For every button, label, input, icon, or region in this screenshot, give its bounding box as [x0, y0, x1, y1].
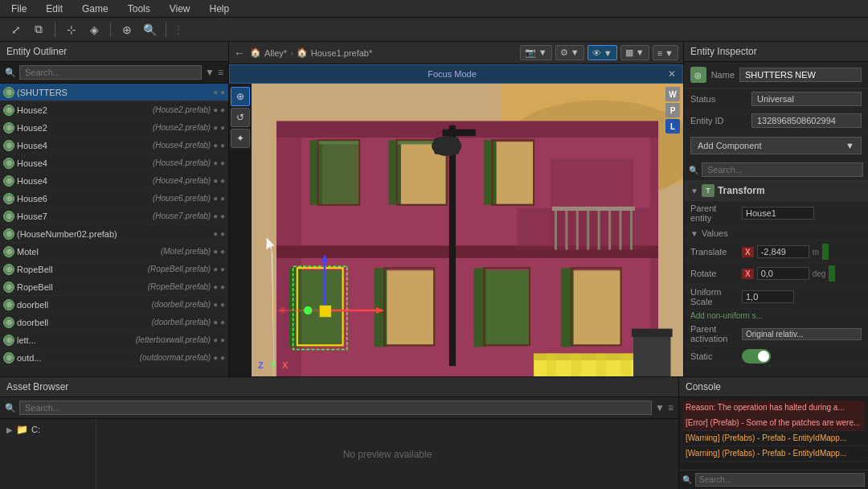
rotate-green-btn[interactable]	[829, 265, 835, 281]
entity-row[interactable]: ◎ Motel (Motel.prefab) ● ●	[0, 243, 228, 261]
entity-row-name: House4	[17, 141, 150, 150]
entity-row[interactable]: ◎ RopeBell (RopeBell.prefab) ● ●	[0, 261, 228, 278]
wpl-p-badge[interactable]: P	[665, 103, 680, 117]
entity-row[interactable]: ◎ (SHUTTERS ● ●	[0, 84, 228, 101]
entity-row-extra: (Motel.prefab)	[161, 247, 211, 256]
rotate-input[interactable]	[757, 267, 809, 280]
entity-row[interactable]: ◎ House2 (House2.prefab) ● ●	[0, 119, 228, 137]
vp-eye-btn[interactable]: 👁 ▼	[588, 45, 617, 60]
svg-rect-37	[484, 270, 530, 345]
entity-row-name: House2	[17, 105, 150, 115]
entity-row-dots: ● ●	[213, 247, 225, 256]
console-search-input[interactable]	[695, 473, 865, 487]
svg-rect-53	[633, 333, 670, 376]
uniform-scale-row: Uniform Scale	[684, 285, 868, 310]
entity-row[interactable]: ◎ lett... (letterboxwall.prefab) ● ●	[0, 331, 228, 349]
translate-x-btn[interactable]: X	[742, 247, 754, 257]
entity-row[interactable]: ◎ outd... (outdoormat.prefab) ● ●	[0, 349, 228, 367]
entity-row-dots: ● ●	[213, 176, 225, 185]
entity-row-extra: (House7.prefab)	[153, 212, 211, 220]
transform-icon: T	[702, 184, 714, 197]
entity-row[interactable]: ◎ doorbell (doorbell.prefab) ● ●	[0, 296, 228, 314]
inspector-name-input[interactable]	[739, 68, 862, 82]
vp-settings-btn[interactable]: ⚙ ▼	[555, 45, 584, 60]
folder-icon: 📁	[16, 424, 28, 435]
viewport-controls: 📷 ▼ ⚙ ▼ 👁 ▼ ▦ ▼ ≡ ▼	[520, 45, 678, 60]
breadcrumb-house[interactable]: House1.prefab*	[311, 48, 372, 58]
entity-row[interactable]: ◎ House4 (House4.prefab) ● ●	[0, 154, 228, 172]
console-msg-3: [Warning] (Prefabs) - Prefab - EntityIdM…	[682, 446, 865, 462]
asset-search-input[interactable]	[19, 401, 652, 415]
add-component-arrow: ▼	[845, 141, 854, 150]
entity-row[interactable]: ◎ House4 (House4.prefab) ● ●	[0, 137, 228, 154]
entity-row-name: Motel	[17, 247, 158, 257]
vp-tool-scale[interactable]: ✦	[231, 129, 250, 148]
menu-help[interactable]: Help	[205, 2, 235, 16]
parent-entity-row: Parent entity	[684, 201, 868, 226]
viewport-back-btn[interactable]: ←	[234, 47, 245, 60]
entity-menu-btn[interactable]: ≡	[218, 67, 223, 78]
inspector-title: Entity Inspector	[690, 46, 757, 57]
menu-view[interactable]: View	[165, 2, 195, 16]
entity-row-dots: ● ●	[213, 265, 225, 273]
viewport-container[interactable]: Focus Mode ✕ ⊕ ↺ ✦ W P L Z Y X	[229, 64, 683, 376]
parent-entity-input[interactable]	[742, 207, 814, 220]
add-nonuniform-btn[interactable]: Add non-uniform s...	[684, 310, 868, 322]
svg-rect-23	[576, 208, 579, 250]
asset-browser-title: Asset Browser	[6, 381, 68, 392]
vp-tool-move[interactable]: ⊕	[231, 87, 250, 106]
vp-camera-btn[interactable]: 📷 ▼	[520, 45, 552, 60]
svg-rect-34	[384, 270, 434, 345]
menu-game[interactable]: Game	[77, 2, 113, 16]
svg-rect-27	[619, 208, 621, 250]
translate-unit: m	[813, 248, 819, 257]
component-search-input[interactable]	[702, 162, 863, 177]
vp-tool-rotate[interactable]: ↺	[231, 108, 250, 127]
transform-section-header[interactable]: ▼ T Transform	[684, 181, 868, 201]
entity-row[interactable]: ◎ RopeBell (RopeBell.prefab) ● ●	[0, 278, 228, 296]
vp-menu-btn[interactable]: ≡ ▼	[653, 45, 678, 60]
axis-x-label: X	[282, 360, 288, 370]
toolbar-move-btn[interactable]: ⤢	[6, 21, 26, 39]
entity-inspector-panel: Entity Inspector ◎ Name Status Universal…	[683, 42, 868, 376]
menu-edit[interactable]: Edit	[41, 2, 68, 16]
entity-search-input[interactable]	[19, 65, 202, 80]
static-toggle[interactable]	[742, 349, 771, 364]
breadcrumb-alley[interactable]: Alley*	[264, 48, 287, 58]
entity-row-dots: ● ●	[213, 353, 225, 362]
menu-file[interactable]: File	[6, 2, 31, 16]
toolbar-duplicate-btn[interactable]: ⧉	[29, 21, 48, 39]
menu-tools[interactable]: Tools	[123, 2, 155, 16]
entity-row-icon: ◎	[3, 193, 14, 204]
entity-row[interactable]: ◎ House6 (House6.prefab) ● ●	[0, 190, 228, 208]
add-component-btn[interactable]: Add Component ▼	[690, 137, 862, 154]
toolbar-paint-btn[interactable]: ◈	[84, 21, 104, 39]
svg-point-62	[304, 306, 312, 314]
asset-menu-btn[interactable]: ≡	[668, 402, 674, 413]
entity-row[interactable]: ◎ House4 (House4.prefab) ● ●	[0, 172, 228, 190]
toolbar-globe-btn[interactable]: ⊕	[117, 21, 137, 39]
entity-row-dots: ● ●	[213, 141, 225, 150]
focus-close-btn[interactable]: ✕	[668, 68, 676, 80]
rotate-x-btn[interactable]: X	[742, 269, 754, 279]
entity-row[interactable]: ◎ doorbell (doorbell.prefab) ● ●	[0, 314, 228, 331]
asset-preview-text: No preview available	[343, 449, 432, 460]
entity-filter-btn[interactable]: ▼	[205, 67, 215, 78]
entity-row-name: RopeBell	[17, 282, 145, 292]
tree-item-arrow[interactable]: ▶ 📁 C:	[3, 422, 92, 437]
entity-row[interactable]: ◎ House2 (House2.prefab) ● ●	[0, 101, 228, 119]
wpl-w-badge[interactable]: W	[665, 87, 680, 101]
uniform-scale-input[interactable]	[742, 290, 794, 303]
entity-row-dots: ● ●	[213, 123, 225, 132]
asset-filter-btn[interactable]: ▼	[655, 402, 665, 413]
toolbar-select-btn[interactable]: ⊹	[62, 21, 81, 39]
entity-row[interactable]: ◎ (HouseNumber02.prefab) ● ●	[0, 225, 228, 243]
toolbar-zoom-btn[interactable]: 🔍	[140, 21, 159, 39]
translate-green-btn[interactable]	[822, 244, 829, 260]
translate-x-input[interactable]	[757, 245, 809, 258]
entity-row[interactable]: ◎ House7 (House7.prefab) ● ●	[0, 208, 228, 225]
vp-display-btn[interactable]: ▦ ▼	[620, 45, 649, 60]
svg-rect-18	[484, 140, 496, 205]
wpl-l-badge[interactable]: L	[665, 119, 680, 134]
parent-activation-value: Original relativ...	[742, 328, 862, 340]
